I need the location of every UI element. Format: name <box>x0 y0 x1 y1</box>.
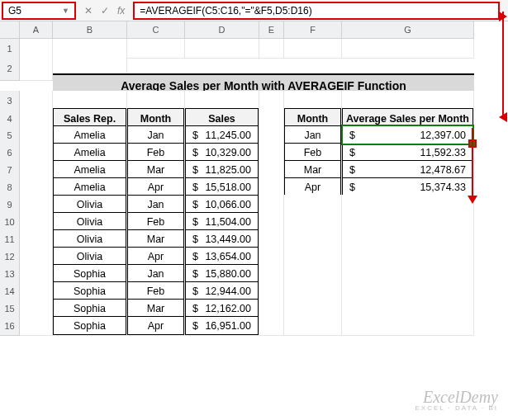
annotation-line <box>472 128 473 198</box>
column-header-B[interactable]: B <box>53 21 127 39</box>
watermark-brand: ExcelDemy <box>415 389 498 405</box>
table1-month: Jan <box>127 195 184 214</box>
column-header-A[interactable]: A <box>20 21 53 39</box>
table1-rep: Olivia <box>53 212 126 231</box>
table1-month: Apr <box>127 177 184 196</box>
table1-sales: $15,880.00 <box>185 264 259 283</box>
fx-icon[interactable]: fx <box>117 5 125 17</box>
watermark-tag: EXCEL · DATA · BI <box>415 405 498 412</box>
grid-cell[interactable] <box>127 39 185 59</box>
table1-month: Jan <box>127 125 184 144</box>
table1-rep: Olivia <box>53 229 126 248</box>
table1-sales: $13,654.00 <box>185 247 259 266</box>
select-all-corner[interactable] <box>0 21 20 39</box>
chevron-down-icon[interactable]: ▼ <box>62 7 69 15</box>
grid-cell[interactable] <box>185 39 259 59</box>
column-header-D[interactable]: D <box>185 21 259 39</box>
table1-month: Mar <box>127 229 184 248</box>
grid-cell[interactable] <box>20 316 53 336</box>
table1-month: Apr <box>127 316 184 335</box>
formula-controls: ✕ ✓ fx <box>76 5 133 17</box>
column-header-G[interactable]: G <box>342 21 474 39</box>
table1-rep: Amelia <box>53 125 126 144</box>
column-header-C[interactable]: C <box>127 21 185 39</box>
cancel-icon[interactable]: ✕ <box>84 5 93 17</box>
table1-sales: $12,162.00 <box>185 299 259 318</box>
grid-cell[interactable] <box>284 316 342 336</box>
annotation-arrow-icon <box>468 196 477 204</box>
annotation-line <box>502 12 504 118</box>
grid-cell[interactable]: Sophia <box>53 316 127 336</box>
table1-month: Apr <box>127 247 184 266</box>
annotation-arrow-icon <box>499 112 507 122</box>
table1-sales: $10,066.00 <box>185 195 259 214</box>
table1-sales: $10,329.00 <box>185 143 259 162</box>
table1-sales: $16,951.00 <box>185 316 259 335</box>
formula-input[interactable]: =AVERAGEIF(C5:C16,"="&F5,D5:D16) <box>133 2 500 20</box>
grid-cell[interactable] <box>259 316 284 336</box>
spreadsheet-grid[interactable]: ABCDEFG12Average Sales per Month with AV… <box>0 21 508 333</box>
formula-bar: G5 ▼ ✕ ✓ fx =AVERAGEIF(C5:C16,"="&F5,D5:… <box>0 0 508 21</box>
accept-icon[interactable]: ✓ <box>101 5 109 17</box>
grid-cell[interactable] <box>284 39 342 59</box>
name-box[interactable]: G5 ▼ <box>2 2 76 20</box>
formula-text: =AVERAGEIF(C5:C16,"="&F5,D5:D16) <box>140 5 311 17</box>
table2-month: Apr <box>284 177 341 196</box>
table2-month: Jan <box>284 125 341 144</box>
table2-avg[interactable]: $12,397.00 <box>342 125 473 144</box>
table2-avg[interactable]: $11,592.33 <box>342 143 473 162</box>
table1-sales: $12,944.00 <box>185 281 259 300</box>
grid-cell[interactable] <box>259 39 284 59</box>
table1-month: Feb <box>127 143 184 162</box>
row-header-2[interactable]: 2 <box>0 56 20 81</box>
grid-cell[interactable]: Apr <box>127 316 185 336</box>
name-box-value: G5 <box>8 5 21 17</box>
table1-rep: Sophia <box>53 281 126 300</box>
table1-month: Feb <box>127 281 184 300</box>
table2-avg[interactable]: $15,374.33 <box>342 177 473 196</box>
row-header-16[interactable]: 16 <box>0 316 20 336</box>
table1-rep: Sophia <box>53 316 126 335</box>
table1-rep: Amelia <box>53 143 126 162</box>
watermark: ExcelDemy EXCEL · DATA · BI <box>415 389 498 412</box>
table1-rep: Sophia <box>53 264 126 283</box>
column-header-F[interactable]: F <box>284 21 342 39</box>
table1-rep: Olivia <box>53 195 126 214</box>
table1-rep: Olivia <box>53 247 126 266</box>
table1-sales: $15,518.00 <box>185 177 259 196</box>
table2-avg[interactable]: $12,478.67 <box>342 160 473 179</box>
table1-month: Jan <box>127 264 184 283</box>
table1-sales: $11,504.00 <box>185 212 259 231</box>
grid-cell[interactable]: $12,397.00 <box>342 125 474 145</box>
grid-cell[interactable] <box>342 39 474 59</box>
table1-rep: Amelia <box>53 177 126 196</box>
column-header-E[interactable]: E <box>259 21 284 39</box>
table1-month: Feb <box>127 212 184 231</box>
annotation-arrow-icon <box>499 12 507 21</box>
table2-month: Feb <box>284 143 341 162</box>
table1-sales: $13,449.00 <box>185 229 259 248</box>
table1-month: Mar <box>127 299 184 318</box>
grid-cell[interactable] <box>342 316 474 336</box>
table1-sales: $11,245.00 <box>185 125 259 144</box>
grid-cell[interactable]: $16,951.00 <box>185 316 259 336</box>
table1-sales: $11,825.00 <box>185 160 259 179</box>
table1-rep: Sophia <box>53 299 126 318</box>
table1-month: Mar <box>127 160 184 179</box>
table2-month: Mar <box>284 160 341 179</box>
table1-rep: Amelia <box>53 160 126 179</box>
grid-cell[interactable] <box>20 56 53 81</box>
